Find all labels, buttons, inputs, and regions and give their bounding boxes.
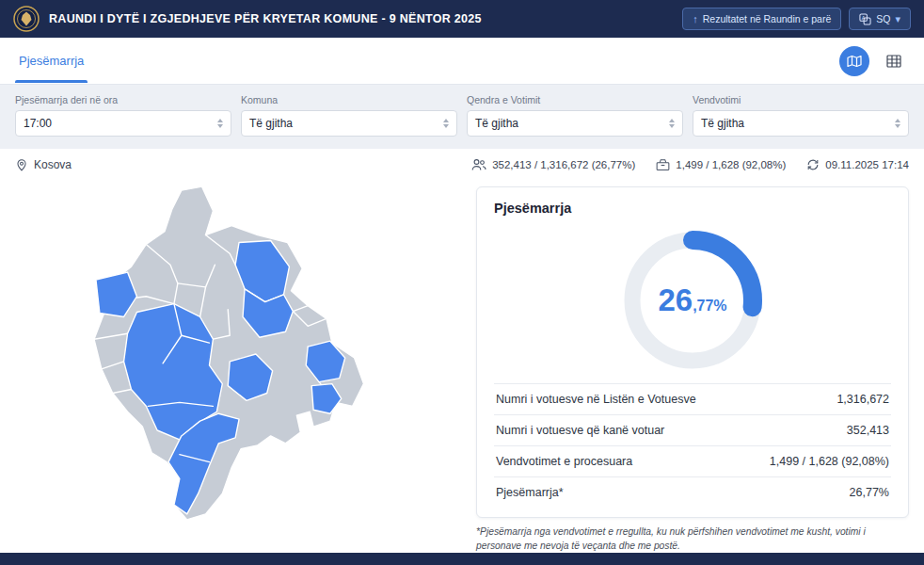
filter-label: Vendvotimi — [693, 94, 909, 105]
filter-label: Qendra e Votimit — [467, 94, 683, 105]
filter-voting-center: Qendra e Votimit Të gjitha — [467, 94, 683, 137]
participation-card: Pjesëmarrja 26 ,77% Numr — [476, 186, 909, 518]
app-header: RAUNDI I DYTË I ZGJEDHJEVE PËR KRYETAR K… — [0, 0, 924, 38]
language-selector[interactable]: A SQ ▾ — [849, 8, 911, 30]
polling-station-select-value: Të gjitha — [701, 117, 744, 130]
table-row: Numri i votuesve në Listën e Votuesve 1,… — [494, 383, 891, 414]
select-arrows-icon — [217, 119, 223, 128]
row-value: 352,413 — [847, 424, 889, 437]
donut-percent-frac: ,77% — [693, 298, 726, 315]
row-value: 1,316,672 — [836, 393, 889, 406]
voters-stat-value: 352,413 / 1,316,672 (26,77%) — [492, 159, 635, 170]
kosovo-map[interactable] — [92, 186, 399, 522]
up-arrow-icon: ↑ — [693, 13, 698, 24]
municipality-select-value: Të gjitha — [249, 117, 293, 130]
table-view-button[interactable] — [879, 46, 909, 76]
first-round-results-button[interactable]: ↑ Rezultatet në Raundin e parë — [682, 8, 841, 30]
row-label: Pjesëmarrja* — [496, 486, 564, 499]
status-bar: Kosova 352,413 / 1,316,672 (26,77%) 1,49 — [0, 149, 924, 181]
filter-polling-station: Vendvotimi Të gjitha — [693, 94, 909, 137]
row-value: 1,499 / 1,628 (92,08%) — [770, 455, 889, 468]
chevron-down-icon: ▾ — [895, 13, 900, 25]
stats-table: Numri i votuesve në Listën e Votuesve 1,… — [494, 383, 891, 508]
participation-donut: 26 ,77% — [615, 223, 770, 378]
filter-municipality: Komuna Të gjitha — [241, 94, 457, 137]
polling-station-select[interactable]: Të gjitha — [693, 110, 909, 137]
table-icon — [886, 55, 901, 68]
svg-text:A: A — [862, 14, 866, 20]
card-title: Pjesëmarrja — [494, 201, 891, 216]
row-label: Vendvotimet e procesuara — [496, 455, 632, 468]
location-indicator: Kosova — [15, 158, 72, 172]
tab-participation[interactable]: Pjesëmarrja — [15, 39, 88, 83]
footnote: *Pjesëmarrja nga vendvotimet e rregullta… — [476, 525, 909, 554]
filter-label: Komuna — [241, 94, 457, 105]
donut-percent-int: 26 — [658, 282, 693, 318]
map-icon — [847, 55, 862, 68]
ballot-box-icon — [656, 158, 670, 171]
app-window: RAUNDI I DYTË I ZGJEDHJEVE PËR KRYETAR K… — [0, 0, 924, 565]
table-row: Numri i votuesve që kanë votuar 352,413 — [494, 414, 891, 445]
filter-participation-hour: Pjesëmarrja deri në ora 17:00 — [15, 94, 231, 137]
row-label: Numri i votuesve në Listën e Votuesve — [496, 393, 696, 406]
select-arrows-icon — [895, 119, 900, 128]
last-updated-value: 09.11.2025 17:14 — [825, 159, 909, 170]
filter-label: Pjesëmarrja deri në ora — [15, 94, 231, 105]
page-title: RAUNDI I DYTË I ZGJEDHJEVE PËR KRYETAR K… — [49, 12, 482, 25]
kqz-logo — [13, 6, 40, 32]
donut-center-label: 26 ,77% — [615, 223, 770, 378]
voters-stat: 352,413 / 1,316,672 (26,77%) — [471, 158, 635, 171]
voting-center-select[interactable]: Të gjitha — [467, 110, 683, 137]
voting-center-select-value: Të gjitha — [475, 117, 518, 130]
municipality-select[interactable]: Të gjitha — [241, 110, 457, 137]
right-column: Pjesëmarrja 26 ,77% Numr — [476, 186, 909, 554]
main-content: Pjesëmarrja 26 ,77% Numr — [0, 181, 924, 554]
map-area — [15, 186, 476, 522]
map-view-button[interactable] — [839, 46, 869, 76]
stations-stat: 1,499 / 1,628 (92,08%) — [656, 158, 786, 171]
last-updated: 09.11.2025 17:14 — [806, 158, 909, 171]
filters-bar: Pjesëmarrja deri në ora 17:00 Komuna Të … — [0, 85, 924, 149]
table-row: Vendvotimet e procesuara 1,499 / 1,628 (… — [494, 445, 891, 476]
hour-select[interactable]: 17:00 — [15, 110, 231, 137]
hour-select-value: 17:00 — [24, 117, 52, 130]
refresh-icon — [806, 158, 820, 171]
language-code: SQ — [876, 13, 890, 24]
select-arrows-icon — [669, 119, 675, 128]
row-label: Numri i votuesve që kanë votuar — [496, 424, 664, 437]
row-value: 26,77% — [850, 486, 889, 499]
translate-icon: A — [859, 13, 871, 25]
tab-bar: Pjesëmarrja — [0, 38, 924, 85]
voters-icon — [471, 158, 486, 171]
select-arrows-icon — [443, 119, 449, 128]
table-row: Pjesëmarrja* 26,77% — [494, 476, 891, 508]
location-pin-icon — [15, 158, 28, 172]
footer-bar — [0, 553, 924, 565]
location-label: Kosova — [34, 158, 72, 171]
first-round-results-label: Rezultatet në Raundin e parë — [703, 13, 832, 24]
stations-stat-value: 1,499 / 1,628 (92,08%) — [676, 159, 786, 170]
